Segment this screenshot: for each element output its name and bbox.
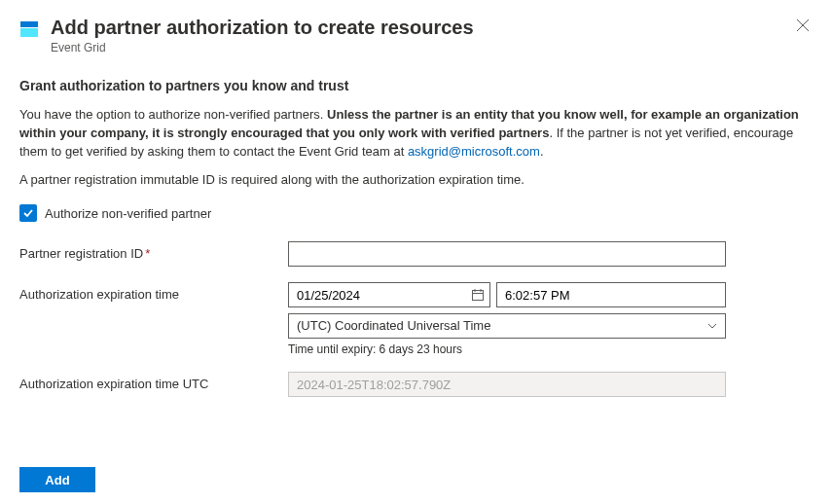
authorize-nonverified-row: Authorize non-verified partner (19, 204, 813, 222)
timezone-select[interactable]: (UTC) Coordinated Universal Time (288, 313, 726, 339)
timezone-value: (UTC) Coordinated Universal Time (288, 313, 726, 339)
close-button[interactable] (795, 18, 811, 33)
contact-email-link[interactable]: askgrid@microsoft.com (408, 144, 540, 159)
section-heading: Grant authorization to partners you know… (19, 78, 813, 93)
authorize-nonverified-checkbox[interactable] (19, 204, 37, 222)
expiration-utc-row: Authorization expiration time UTC (19, 372, 813, 397)
checkmark-icon (22, 207, 34, 219)
partner-id-label: Partner registration ID* (19, 241, 288, 261)
expiration-date-input[interactable] (288, 282, 490, 307)
description-text: You have the option to authorize non-ver… (19, 105, 813, 161)
event-grid-icon (19, 19, 39, 39)
panel-title: Add partner authorization to create reso… (51, 14, 813, 41)
required-asterisk: * (145, 246, 150, 261)
expiration-time-input[interactable] (496, 282, 726, 307)
description-text-2: A partner registration immutable ID is r… (19, 170, 813, 189)
panel-footer: Add (19, 467, 95, 492)
svg-rect-1 (20, 28, 38, 37)
svg-rect-0 (20, 21, 38, 27)
partner-id-row: Partner registration ID* (19, 241, 813, 267)
authorize-nonverified-label: Authorize non-verified partner (45, 206, 211, 221)
desc-part3: . (540, 144, 544, 159)
partner-id-input[interactable] (288, 241, 726, 267)
desc-part1: You have the option to authorize non-ver… (19, 107, 327, 122)
panel-header: Add partner authorization to create reso… (0, 0, 832, 54)
expiration-label: Authorization expiration time (19, 282, 288, 302)
time-until-expiry: Time until expiry: 6 days 23 hours (288, 342, 726, 356)
panel-subtitle: Event Grid (51, 41, 813, 54)
expiration-row: Authorization expiration time (19, 282, 813, 356)
expiration-utc-output (288, 372, 726, 397)
add-button[interactable]: Add (19, 467, 95, 492)
close-icon (795, 18, 811, 33)
expiration-utc-label: Authorization expiration time UTC (19, 372, 288, 391)
panel-content: Grant authorization to partners you know… (0, 54, 832, 397)
